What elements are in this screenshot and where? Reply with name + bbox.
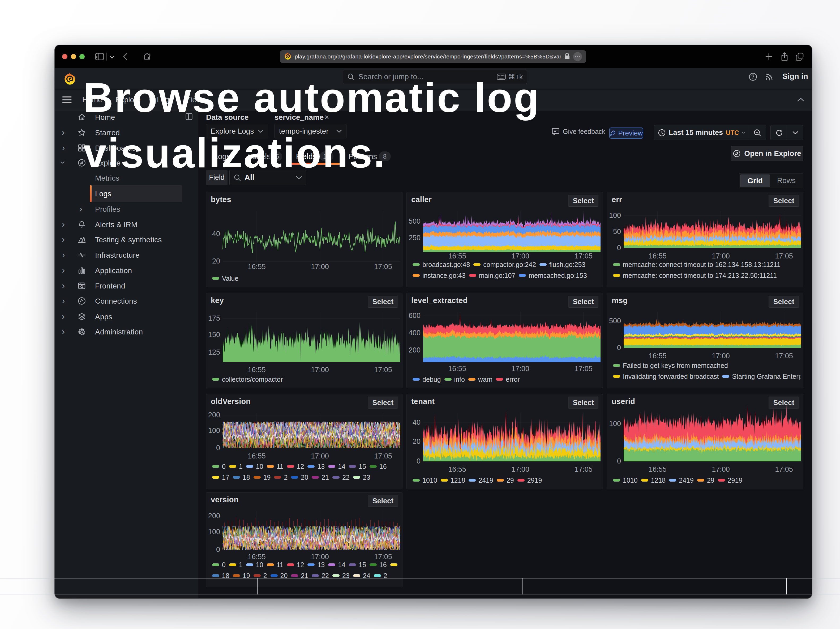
svg-text:k6: k6 <box>81 240 84 242</box>
